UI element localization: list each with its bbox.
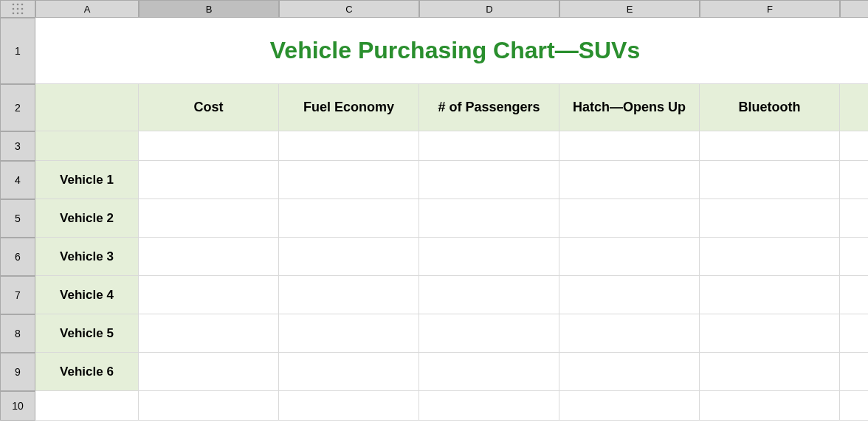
row-label: 4	[15, 174, 21, 186]
row-label: 3	[15, 140, 21, 152]
row-label: 9	[15, 366, 21, 378]
row-header-10[interactable]: 10	[0, 391, 35, 421]
vehicle-6-label[interactable]: Vehicle 6	[35, 353, 139, 391]
cell-E8[interactable]	[559, 314, 700, 353]
cell-B4[interactable]	[139, 161, 279, 199]
cell-G3[interactable]	[840, 131, 868, 161]
cell-C10[interactable]	[279, 391, 419, 421]
row-header-5[interactable]: 5	[0, 199, 35, 238]
cell-E6[interactable]	[559, 238, 700, 276]
col-header-D[interactable]: D	[419, 0, 559, 18]
row-header-9[interactable]: 9	[0, 353, 35, 391]
cell-C4[interactable]	[279, 161, 419, 199]
cell-E3[interactable]	[559, 131, 700, 161]
cell-A3[interactable]	[35, 131, 139, 161]
title-cell[interactable]: Vehicle Purchasing Chart—SUVs	[35, 18, 868, 84]
cell-C5[interactable]	[279, 199, 419, 238]
svg-point-8	[21, 13, 24, 15]
row-header-7[interactable]: 7	[0, 276, 35, 314]
cell-D7[interactable]	[419, 276, 559, 314]
cell-D4[interactable]	[419, 161, 559, 199]
row-header-8[interactable]: 8	[0, 314, 35, 353]
row-header-3[interactable]: 3	[0, 131, 35, 161]
header-label: Cost	[194, 100, 224, 115]
cell-F4[interactable]	[700, 161, 840, 199]
cell-C3[interactable]	[279, 131, 419, 161]
cell-G5[interactable]	[840, 199, 868, 238]
cell-E10[interactable]	[559, 391, 700, 421]
cell-F10[interactable]	[700, 391, 840, 421]
cell-E5[interactable]	[559, 199, 700, 238]
header-blank[interactable]	[35, 84, 139, 131]
cell-F6[interactable]	[700, 238, 840, 276]
cell-B5[interactable]	[139, 199, 279, 238]
header-cost[interactable]: Cost	[139, 84, 279, 131]
select-all-corner[interactable]	[0, 0, 35, 18]
col-header-E[interactable]: E	[559, 0, 700, 18]
vehicle-1-label[interactable]: Vehicle 1	[35, 161, 139, 199]
page-title: Vehicle Purchasing Chart—SUVs	[270, 37, 641, 64]
vehicle-5-label[interactable]: Vehicle 5	[35, 314, 139, 353]
cell-F9[interactable]	[700, 353, 840, 391]
header-extra[interactable]	[840, 84, 868, 131]
cell-A10[interactable]	[35, 391, 139, 421]
header-bluetooth[interactable]: Bluetooth	[700, 84, 840, 131]
cell-F8[interactable]	[700, 314, 840, 353]
header-fuel[interactable]: Fuel Economy	[279, 84, 419, 131]
col-header-C[interactable]: C	[279, 0, 419, 18]
spreadsheet: A B C D E F 1 2 3 4 5 6 7 8 9 10 Vehicle…	[0, 0, 868, 428]
cell-B10[interactable]	[139, 391, 279, 421]
cell-C9[interactable]	[279, 353, 419, 391]
cell-E7[interactable]	[559, 276, 700, 314]
cell-D8[interactable]	[419, 314, 559, 353]
cell-F3[interactable]	[700, 131, 840, 161]
cell-C8[interactable]	[279, 314, 419, 353]
cell-C6[interactable]	[279, 238, 419, 276]
vehicle-label: Vehicle 2	[60, 211, 114, 226]
row-label: 8	[15, 328, 21, 339]
cell-D9[interactable]	[419, 353, 559, 391]
header-label: Bluetooth	[739, 100, 801, 115]
cell-D3[interactable]	[419, 131, 559, 161]
vehicle-label: Vehicle 6	[60, 365, 114, 379]
cell-D10[interactable]	[419, 391, 559, 421]
col-label: C	[345, 4, 352, 15]
cell-D5[interactable]	[419, 199, 559, 238]
cell-C7[interactable]	[279, 276, 419, 314]
cell-G6[interactable]	[840, 238, 868, 276]
header-hatch[interactable]: Hatch—Opens Up	[559, 84, 700, 131]
row-header-2[interactable]: 2	[0, 84, 35, 131]
col-label: D	[486, 4, 492, 15]
cell-B8[interactable]	[139, 314, 279, 353]
cell-G8[interactable]	[840, 314, 868, 353]
cell-B9[interactable]	[139, 353, 279, 391]
cell-E4[interactable]	[559, 161, 700, 199]
row-header-1[interactable]: 1	[0, 18, 35, 84]
cell-G10[interactable]	[840, 391, 868, 421]
vehicle-3-label[interactable]: Vehicle 3	[35, 238, 139, 276]
vehicle-label: Vehicle 4	[60, 288, 114, 303]
cell-B3[interactable]	[139, 131, 279, 161]
cell-E9[interactable]	[559, 353, 700, 391]
cell-F7[interactable]	[700, 276, 840, 314]
row-header-6[interactable]: 6	[0, 238, 35, 276]
col-header-F[interactable]: F	[700, 0, 840, 18]
col-header-next[interactable]	[840, 0, 868, 18]
vehicle-2-label[interactable]: Vehicle 2	[35, 199, 139, 238]
cell-G7[interactable]	[840, 276, 868, 314]
vehicle-4-label[interactable]: Vehicle 4	[35, 276, 139, 314]
cell-G9[interactable]	[840, 353, 868, 391]
svg-point-6	[13, 13, 15, 15]
cell-F5[interactable]	[700, 199, 840, 238]
row-header-4[interactable]: 4	[0, 161, 35, 199]
cell-B7[interactable]	[139, 276, 279, 314]
col-header-B[interactable]: B	[139, 0, 279, 18]
svg-point-0	[13, 4, 15, 6]
col-header-A[interactable]: A	[35, 0, 139, 18]
cell-G4[interactable]	[840, 161, 868, 199]
cell-D6[interactable]	[419, 238, 559, 276]
cell-B6[interactable]	[139, 238, 279, 276]
header-label: # of Passengers	[438, 100, 540, 115]
vehicle-label: Vehicle 5	[60, 326, 114, 341]
header-passengers[interactable]: # of Passengers	[419, 84, 559, 131]
